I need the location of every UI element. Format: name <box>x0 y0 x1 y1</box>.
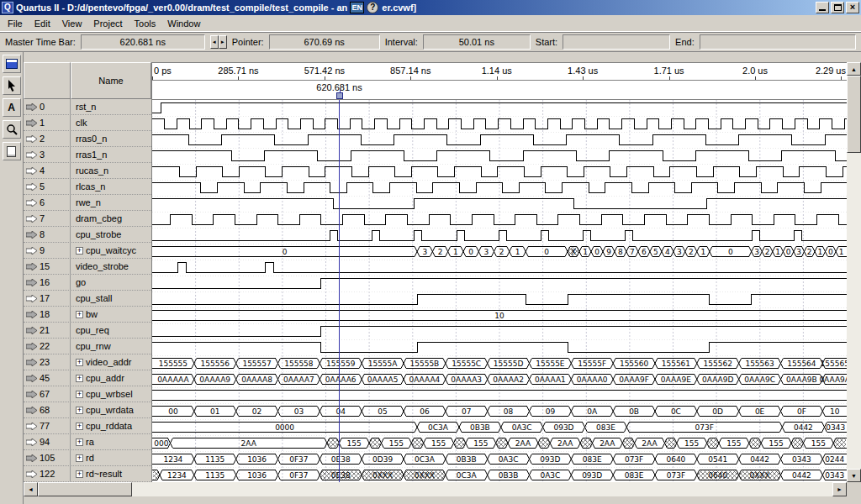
signal-row[interactable]: 16go <box>24 275 151 291</box>
signal-name-cell[interactable]: +ra <box>71 434 151 449</box>
vertical-scrollbar[interactable]: ▲ ▼ <box>847 62 861 482</box>
scroll-up-button[interactable]: ▲ <box>847 62 861 76</box>
signal-index-cell[interactable]: 3 <box>24 147 71 162</box>
signal-name-cell[interactable]: rucas_n <box>71 163 151 178</box>
signal-index-cell[interactable]: 94 <box>24 434 71 449</box>
signal-row[interactable]: 67+cpu_wrbsel <box>24 386 151 402</box>
signal-name-cell[interactable]: rras1_n <box>71 147 151 162</box>
signal-name-cell[interactable]: +video_addr <box>71 354 151 370</box>
menu-tools[interactable]: Tools <box>129 17 162 30</box>
signal-name-cell[interactable]: +rd~result <box>71 466 151 481</box>
expand-icon[interactable]: + <box>76 391 83 398</box>
horizontal-scroll-thumb[interactable] <box>38 482 132 496</box>
signal-row[interactable]: 0rst_n <box>24 99 151 115</box>
expand-icon[interactable]: + <box>76 454 83 462</box>
horizontal-scroll-track[interactable] <box>38 482 832 496</box>
text-tool-button[interactable]: A <box>3 98 21 117</box>
waveform-canvas[interactable]: 032103210X109876543210321032101101555551… <box>152 100 847 482</box>
signal-row[interactable]: 3rras1_n <box>24 147 151 163</box>
signal-name-cell[interactable]: go <box>71 275 151 290</box>
signal-row[interactable]: 94+ra <box>24 434 151 450</box>
menu-edit[interactable]: Edit <box>29 17 56 30</box>
menu-file[interactable]: File <box>2 17 29 30</box>
signal-row[interactable]: 23+video_addr <box>24 354 151 370</box>
report-tool-button[interactable] <box>3 55 21 73</box>
signal-index-cell[interactable]: 8 <box>24 227 71 242</box>
signal-row[interactable]: 17cpu_stall <box>24 291 151 307</box>
time-right-button[interactable]: ► <box>219 35 227 49</box>
signal-row[interactable]: 15video_strobe <box>24 259 151 275</box>
expand-icon[interactable]: + <box>76 311 83 318</box>
signal-name-cell[interactable]: video_strobe <box>71 259 151 274</box>
signal-row[interactable]: 18+bw <box>24 307 151 323</box>
signal-name-cell[interactable]: rlcas_n <box>71 179 151 194</box>
signal-row[interactable]: 8cpu_strobe <box>24 227 151 243</box>
signal-name-cell[interactable]: +cpu_waitcyc <box>71 243 151 258</box>
signal-row[interactable]: 105+rd <box>24 450 151 466</box>
signal-row[interactable]: 9+cpu_waitcyc <box>24 243 151 259</box>
master-time-handle[interactable] <box>336 92 343 99</box>
expand-icon[interactable]: + <box>76 375 83 382</box>
zoom-tool-button[interactable] <box>3 120 21 139</box>
signal-index-cell[interactable]: 122 <box>24 466 71 481</box>
signal-name-cell[interactable]: +cpu_addr <box>71 370 151 386</box>
master-time-marker-row[interactable]: 620.681 ns <box>152 81 847 100</box>
vertical-scroll-thumb[interactable] <box>847 76 861 153</box>
scroll-right-button[interactable]: ► <box>832 482 847 496</box>
signal-index-cell[interactable]: 17 <box>24 291 71 306</box>
language-indicator[interactable]: EN <box>350 2 364 13</box>
signal-index-cell[interactable]: 4 <box>24 163 71 178</box>
time-left-button[interactable]: ◄ <box>210 35 219 49</box>
signal-index-cell[interactable]: 105 <box>24 450 71 465</box>
signal-name-cell[interactable]: clk <box>71 115 151 130</box>
signal-row[interactable]: 21cpu_req <box>24 323 151 339</box>
expand-icon[interactable]: + <box>76 247 83 255</box>
help-icon[interactable]: ? <box>367 2 378 13</box>
expand-icon[interactable]: + <box>76 470 83 478</box>
vertical-scroll-track[interactable] <box>847 76 861 469</box>
signal-name-cell[interactable]: cpu_strobe <box>71 227 151 242</box>
signal-index-cell[interactable]: 18 <box>24 307 71 322</box>
scroll-down-button[interactable]: ▼ <box>847 469 861 482</box>
selection-tool-button[interactable] <box>3 76 21 95</box>
signal-row[interactable]: 7dram_cbeg <box>24 211 151 227</box>
signal-row[interactable]: 6rwe_n <box>24 195 151 211</box>
signal-name-cell[interactable]: +cpu_wrdata <box>71 402 151 417</box>
signal-row[interactable]: 68+cpu_wrdata <box>24 402 151 418</box>
signal-name-cell[interactable]: rras0_n <box>71 131 151 146</box>
menu-view[interactable]: View <box>56 17 88 30</box>
minimize-button[interactable] <box>816 2 829 13</box>
restore-button[interactable] <box>831 2 844 13</box>
signal-name-cell[interactable]: cpu_req <box>71 323 151 338</box>
titlebar[interactable]: Q Quartus II - D:/d/pentevo/fpga/_ver0.0… <box>0 0 861 15</box>
signal-row[interactable]: 4rucas_n <box>24 163 151 179</box>
close-button[interactable]: × <box>846 2 859 13</box>
signal-index-cell[interactable]: 45 <box>24 370 71 386</box>
expand-icon[interactable]: + <box>76 438 83 446</box>
signal-row[interactable]: 122+rd~result <box>24 466 151 482</box>
name-column-header[interactable]: Name <box>71 62 151 99</box>
horizontal-scrollbar[interactable]: ◄ ► <box>24 482 847 496</box>
signal-index-cell[interactable]: 68 <box>24 402 71 417</box>
expand-icon[interactable]: + <box>76 359 83 366</box>
signal-index-cell[interactable]: 0 <box>24 99 71 114</box>
expand-icon[interactable]: + <box>76 423 83 430</box>
scroll-left-button[interactable]: ◄ <box>24 482 38 496</box>
signal-index-cell[interactable]: 9 <box>24 243 71 258</box>
menu-project[interactable]: Project <box>87 17 128 30</box>
signal-name-cell[interactable]: rst_n <box>71 99 151 114</box>
signal-index-cell[interactable]: 77 <box>24 418 71 433</box>
signal-index-cell[interactable]: 22 <box>24 339 71 354</box>
signal-index-cell[interactable]: 67 <box>24 386 71 402</box>
signal-row[interactable]: 2rras0_n <box>24 131 151 147</box>
signal-index-cell[interactable]: 5 <box>24 179 71 194</box>
signal-index-cell[interactable]: 2 <box>24 131 71 146</box>
signal-name-cell[interactable]: +cpu_wrbsel <box>71 386 151 402</box>
signal-name-cell[interactable]: rwe_n <box>71 195 151 210</box>
signal-name-cell[interactable]: dram_cbeg <box>71 211 151 226</box>
index-column-header[interactable] <box>24 62 71 99</box>
signal-name-cell[interactable]: +bw <box>71 307 151 322</box>
signal-row[interactable]: 77+cpu_rddata <box>24 418 151 434</box>
time-ruler[interactable]: 0 ps285.71 ns571.42 ns857.14 ns1.14 us1.… <box>152 63 847 81</box>
menu-window[interactable]: Window <box>161 17 206 30</box>
